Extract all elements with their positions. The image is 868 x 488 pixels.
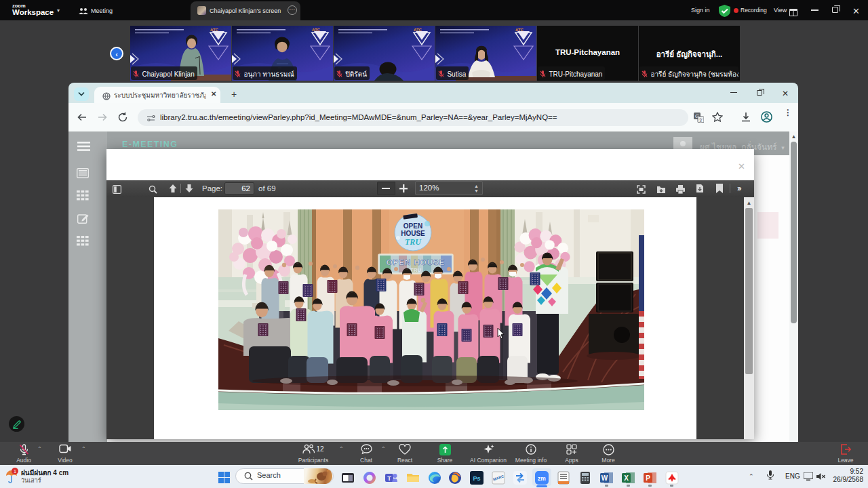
svg-text:TRU: TRU xyxy=(405,237,422,247)
svg-text:P: P xyxy=(646,474,650,482)
svg-text:OPEN HOUSE: OPEN HOUSE xyxy=(387,258,446,266)
svg-text:文: 文 xyxy=(698,117,703,123)
svg-text:1: 1 xyxy=(14,468,16,474)
svg-text:Ps: Ps xyxy=(473,475,480,482)
svg-text:HOUSE: HOUSE xyxy=(401,230,425,237)
svg-text:W: W xyxy=(601,474,608,482)
svg-text:OPEN: OPEN xyxy=(403,222,422,230)
svg-text:T: T xyxy=(387,475,391,482)
svg-text:X: X xyxy=(624,474,629,482)
svg-text:zm: zm xyxy=(538,475,546,482)
svg-text:TRU: TRU xyxy=(410,267,422,273)
